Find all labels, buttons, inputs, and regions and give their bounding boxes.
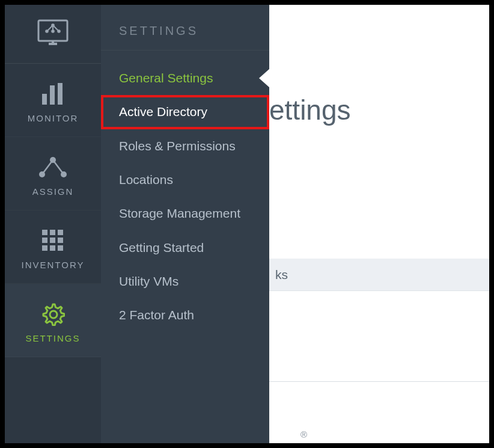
active-pointer-icon (259, 69, 270, 88)
nav-label: ASSIGN (32, 186, 74, 197)
svg-point-27 (50, 311, 57, 318)
svg-rect-20 (58, 230, 63, 235)
svg-rect-11 (50, 85, 55, 105)
svg-rect-23 (58, 238, 63, 243)
menu-item-getting-started[interactable]: Getting Started (101, 231, 269, 265)
menu-item-label: Locations (119, 173, 173, 186)
svg-rect-25 (50, 245, 55, 251)
menu-item-locations[interactable]: Locations (101, 163, 269, 197)
nav-item-settings[interactable]: SETTINGS (5, 284, 101, 357)
nav-label: MONITOR (28, 113, 79, 123)
settings-menu: General Settings Active Directory Roles … (101, 51, 269, 343)
menu-item-general-settings[interactable]: General Settings (101, 61, 269, 95)
svg-rect-19 (50, 230, 55, 235)
logo-icon (37, 19, 69, 50)
nav-item-monitor[interactable]: MONITOR (5, 64, 101, 137)
nav-label: SETTINGS (25, 333, 80, 343)
primary-sidebar: MONITOR ASSIGN (5, 5, 101, 443)
menu-item-label: 2 Factor Auth (119, 308, 194, 322)
content-area: ettings ks ® (269, 5, 489, 443)
page-title: ettings (269, 94, 489, 126)
menu-item-2-factor-auth[interactable]: 2 Factor Auth (101, 298, 269, 332)
svg-rect-10 (42, 94, 47, 105)
gear-icon (41, 301, 65, 327)
grid-icon (42, 227, 64, 254)
menu-item-storage-management[interactable]: Storage Management (101, 197, 269, 230)
menu-item-roles-permissions[interactable]: Roles & Permissions (101, 129, 269, 163)
nav-label: INVENTORY (22, 260, 85, 270)
assign-icon (38, 154, 67, 180)
menu-item-label: Roles & Permissions (119, 139, 236, 153)
svg-rect-21 (42, 238, 47, 243)
menu-item-label: Active Directory (119, 105, 207, 118)
svg-rect-22 (50, 238, 55, 243)
svg-line-16 (42, 160, 53, 174)
content-row: ks (269, 259, 489, 291)
menu-item-active-directory[interactable]: Active Directory (101, 95, 269, 129)
nav-item-assign[interactable]: ASSIGN (5, 137, 101, 210)
svg-rect-24 (42, 245, 47, 251)
svg-rect-18 (42, 230, 47, 235)
menu-item-label: General Settings (119, 71, 213, 85)
registered-mark: ® (300, 429, 307, 440)
settings-sidebar-header: SETTINGS (101, 5, 269, 51)
svg-line-17 (53, 160, 64, 174)
divider (269, 381, 489, 382)
content-row-text: ks (275, 268, 288, 282)
svg-rect-26 (58, 245, 63, 251)
menu-item-utility-vms[interactable]: Utility VMs (101, 265, 269, 298)
menu-item-label: Utility VMs (119, 274, 178, 288)
settings-sidebar: SETTINGS General Settings Active Directo… (101, 5, 269, 443)
menu-item-label: Getting Started (119, 241, 204, 254)
nav-item-inventory[interactable]: INVENTORY (5, 210, 101, 284)
logo (5, 5, 101, 64)
svg-rect-12 (58, 83, 63, 105)
bar-chart-icon (41, 81, 65, 107)
svg-rect-9 (52, 41, 54, 43)
menu-item-label: Storage Management (119, 206, 240, 220)
